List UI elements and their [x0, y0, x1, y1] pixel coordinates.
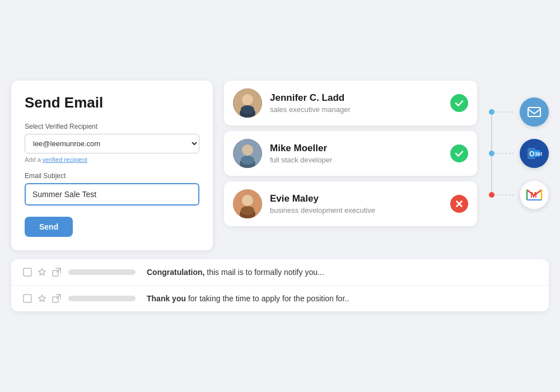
email-row-1: Congratulation, this mail is to formally…	[11, 259, 549, 286]
email-preview-bold-2: Thank you	[147, 294, 186, 303]
avatar-mike	[233, 139, 262, 168]
recipient-name-mike: Mike Moeller	[270, 143, 442, 154]
avatar-evie	[233, 189, 262, 218]
recipient-name-jennifer: Jennifer C. Ladd	[270, 92, 442, 104]
recipient-info-evie: Evie Maley business development executiv…	[270, 193, 442, 214]
recipient-select[interactable]: lee@leemunroe.com	[25, 134, 199, 153]
svg-point-5	[242, 144, 253, 156]
svg-point-18	[489, 192, 494, 198]
svg-point-9	[242, 195, 253, 206]
avatar-jennifer	[233, 88, 262, 118]
recipient-info-mike: Mike Moeller full stack developer	[270, 143, 442, 164]
email-row-1-actions	[22, 267, 62, 277]
external-link-icon-2[interactable]	[52, 293, 62, 304]
external-link-icon-1[interactable]	[52, 267, 62, 277]
svg-point-17	[489, 151, 494, 156]
subject-input[interactable]	[25, 183, 199, 206]
svg-point-16	[489, 109, 494, 115]
svg-rect-28	[24, 295, 31, 302]
recipient-info-jennifer: Jennifer C. Ladd sales executive manager	[270, 92, 442, 114]
svg-text:O: O	[529, 150, 534, 158]
recipient-cards: Jennifer C. Ladd sales executive manager	[224, 81, 477, 226]
recipient-label: Select Verified Recipient	[25, 123, 199, 130]
recipient-card-jennifer: Jennifer C. Ladd sales executive manager	[224, 81, 477, 125]
recipient-title-mike: full stack developer	[270, 156, 442, 164]
main-container: Send Email Select Verified Recipient lee…	[11, 81, 549, 311]
email-preview-bold-1: Congratulation,	[147, 268, 204, 277]
connector-lines-svg	[486, 92, 520, 215]
email-row-2: Thank you for taking the time to apply f…	[11, 286, 549, 311]
star-icon-2[interactable]	[37, 293, 47, 304]
email-preview-text-1: this mail is to formally notify you...	[204, 268, 324, 277]
snippet-bar-2	[68, 296, 136, 301]
checkbox-icon-1[interactable]	[22, 267, 32, 277]
email-preview-1: Congratulation, this mail is to formally…	[147, 268, 324, 277]
top-section: Send Email Select Verified Recipient lee…	[11, 81, 549, 250]
service-icon-gmail: M	[520, 180, 549, 209]
service-icons-column: O 365 M	[520, 92, 549, 215]
recipient-card-evie: Evie Maley business development executiv…	[224, 181, 477, 226]
star-icon-1[interactable]	[37, 267, 47, 277]
status-verified-mike	[450, 144, 468, 162]
svg-point-11	[241, 206, 254, 215]
svg-point-3	[241, 105, 254, 114]
email-row-2-actions	[22, 293, 62, 304]
service-icon-email	[520, 97, 549, 127]
send-button[interactable]: Send	[25, 217, 73, 237]
checkbox-icon-2[interactable]	[22, 293, 32, 304]
services-connector: O 365 M	[486, 92, 549, 215]
recipients-section: Jennifer C. Ladd sales executive manager	[224, 81, 549, 226]
recipient-card-mike: Mike Moeller full stack developer	[224, 131, 477, 176]
svg-point-7	[241, 156, 254, 165]
verified-recipient-link[interactable]: verified recipient	[43, 156, 87, 163]
recipient-name-evie: Evie Maley	[270, 193, 442, 204]
svg-text:365: 365	[535, 151, 542, 157]
email-preview-2: Thank you for taking the time to apply f…	[147, 294, 349, 303]
verified-link-text: Add a verified recipient	[25, 156, 199, 163]
snippet-bar-1	[68, 269, 136, 275]
service-icon-outlook: O 365	[520, 139, 549, 168]
svg-point-1	[242, 94, 253, 105]
svg-rect-19	[528, 108, 540, 116]
svg-rect-26	[24, 268, 31, 276]
recipient-title-evie: business development executive	[270, 206, 442, 214]
recipient-title-jennifer: sales executive manager	[270, 105, 442, 114]
email-list: Congratulation, this mail is to formally…	[11, 259, 549, 311]
email-preview-text-2: for taking the time to apply for the pos…	[186, 294, 349, 303]
send-email-card: Send Email Select Verified Recipient lee…	[11, 81, 213, 250]
status-verified-jennifer	[450, 94, 468, 112]
subject-label: Email Subject	[25, 172, 199, 180]
svg-text:M: M	[530, 190, 537, 199]
page-title: Send Email	[25, 94, 199, 111]
status-rejected-evie	[450, 195, 468, 213]
